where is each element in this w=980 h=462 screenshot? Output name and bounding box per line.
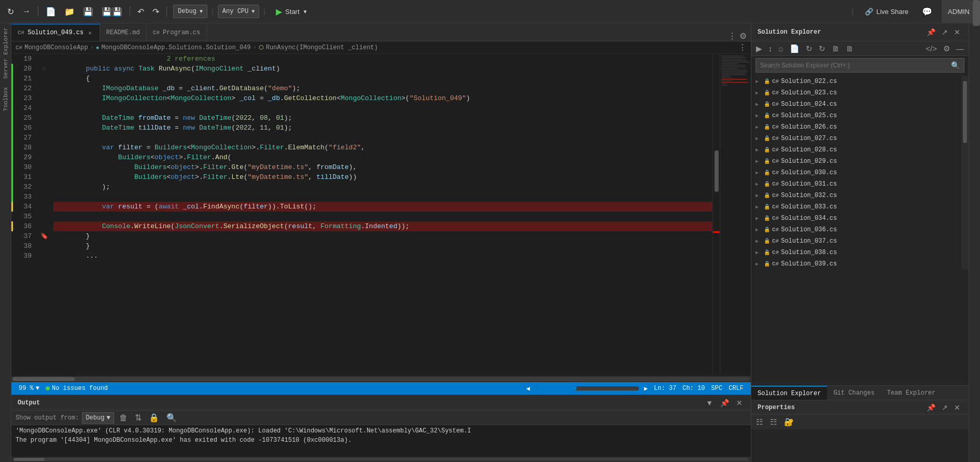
se-search-input[interactable] [760,62,949,69]
collapse-20[interactable]: □ [43,66,46,72]
output-close-btn[interactable]: ✕ [734,398,745,408]
status-arrow-right[interactable]: ▶ [641,382,651,395]
tabs-overflow-button[interactable]: ⋮ [728,31,736,41]
se-show-all-btn[interactable]: ▶ [753,43,765,54]
code-editor[interactable]: 19 20 21 22 23 24 25 26 27 28 29 30 31 3… [11,54,720,376]
se-home-btn[interactable]: ⌂ [776,43,786,54]
se-item-024[interactable]: ▶ 🔒 C# Solution_024.cs [751,99,961,110]
se-gear-btn[interactable]: ⚙ [941,43,953,54]
status-arrow-left[interactable]: ◀ [523,382,533,395]
close-tab-1[interactable]: ✕ [87,29,93,37]
output-word-wrap-btn[interactable]: ⇅ [133,412,144,423]
save-all-button[interactable]: 💾💾 [99,5,125,19]
undo-button[interactable]: ↶ [134,5,147,19]
admin-button[interactable]: ADMIN [942,0,976,23]
props-float-btn[interactable]: ↗ [940,402,950,413]
cpu-config-dropdown[interactable]: Any CPU ▼ [218,5,259,18]
forward-button[interactable]: → [19,5,34,18]
status-spc[interactable]: SPC [708,385,726,392]
save-button[interactable]: 💾 [80,5,96,19]
se-item-039[interactable]: ▶ 🔒 C# Solution_039.cs [751,258,961,270]
feedback-button[interactable]: 💬 [919,5,935,19]
props-scrollbar[interactable] [973,23,980,26]
se-tab-team-explorer[interactable]: Team Explorer [881,386,942,400]
se-item-032[interactable]: ▶ 🔒 C# Solution_032.cs [751,190,961,201]
se-item-034[interactable]: ▶ 🔒 C# Solution_034.cs [751,213,961,224]
output-dropdown-btn[interactable]: ▼ [704,398,715,408]
output-source-dropdown[interactable]: Debug ▼ [82,412,114,424]
output-content[interactable]: 'MongoDBConsoleApp.exe' (CLR v4.0.30319:… [11,425,751,457]
breadcrumb-expand-button[interactable]: ⋮ [738,43,747,52]
no-issues-label: No issues found [52,385,108,392]
se-item-025[interactable]: ▶ 🔒 C# Solution_025.cs [751,110,961,121]
output-find-btn[interactable]: 🔍 [164,412,179,423]
status-ln[interactable]: Ln: 37 [651,385,679,392]
output-clear-btn[interactable]: 🗑 [117,413,130,423]
output-scroll-thumb[interactable] [13,458,45,461]
code-line-30: Builders<object>.Filter.Gte("myDatetime.… [53,162,712,172]
props-list-btn[interactable]: ☷ [767,416,779,428]
props-key-btn[interactable]: 🔐 [781,416,796,428]
se-item-027[interactable]: ▶ 🔒 C# Solution_027.cs [751,133,961,144]
se-code-btn[interactable]: </> [923,43,940,54]
se-item-028[interactable]: ▶ 🔒 C# Solution_028.cs [751,144,961,156]
toolbox-label[interactable]: Toolbox [3,83,9,115]
se-item-022[interactable]: ▶ 🔒 C# Solution_022.cs [751,76,961,87]
output-lock-btn[interactable]: 🔒 [147,412,161,423]
se-search-box[interactable]: 🔍 [755,58,964,73]
tab-readme[interactable]: README.md [100,24,147,41]
start-button[interactable]: ▶ Start ▼ [270,5,314,18]
se-collapse-all-btn[interactable]: ↕ [766,43,775,54]
editor-horizontal-scrollbar[interactable] [11,376,751,382]
output-scroll-track [13,458,749,461]
se-dash-btn[interactable]: — [954,43,967,54]
output-pin-btn[interactable]: 📌 [718,398,731,408]
editor-vertical-scrollbar[interactable] [712,54,720,376]
se-item-023[interactable]: ▶ 🔒 C# Solution_023.cs [751,87,961,99]
properties-title: Properties [758,404,795,411]
se-item-029[interactable]: ▶ 🔒 C# Solution_029.cs [751,156,961,167]
status-no-issues[interactable]: No issues found [43,382,111,395]
se-item-033[interactable]: ▶ 🔒 C# Solution_033.cs [751,201,961,213]
live-share-button[interactable]: 🔗 Live Share [861,6,913,18]
status-crlf[interactable]: CRLF [725,385,747,392]
status-ch[interactable]: Ch: 10 [679,385,708,392]
back-button[interactable]: ↻ [4,5,17,19]
se-source-ctrl-btn[interactable]: 🗎 [843,43,856,54]
new-file-button[interactable]: 📄 [43,5,59,19]
code-line-36: Console.WriteLine(JsonConvert.SerializeO… [53,221,712,231]
props-close-btn[interactable]: ✕ [952,402,962,413]
se-item-030[interactable]: ▶ 🔒 C# Solution_030.cs [751,167,961,178]
se-vertical-scrollbar[interactable] [961,76,969,270]
se-item-037[interactable]: ▶ 🔒 C# Solution_037.cs [751,235,961,247]
se-scrollbar-thumb[interactable] [963,81,967,143]
show-output-label: Show output from: [16,414,79,422]
code-content[interactable]: 2 references public async Task RunAsync(… [49,54,712,376]
se-git-btn[interactable]: 🗎 [829,43,842,54]
se-close-button[interactable]: ✕ [952,27,962,37]
se-tab-solution-explorer[interactable]: Solution Explorer [751,386,827,400]
debug-config-dropdown[interactable]: Debug ▼ [173,5,207,18]
tabs-settings-button[interactable]: ⚙ [739,31,747,41]
status-zoom[interactable]: 99 % ▼ [16,382,43,395]
se-properties-btn[interactable]: 📄 [787,43,802,54]
se-float-button[interactable]: ↗ [940,27,950,37]
se-tab-git-changes[interactable]: Git Changes [827,386,880,400]
se-refresh-btn[interactable]: ↻ [803,43,815,54]
open-button[interactable]: 📁 [61,5,78,19]
tab-program[interactable]: C# Program.cs [147,24,207,41]
redo-button[interactable]: ↷ [149,5,162,19]
scrollbar-thumb[interactable] [715,150,719,192]
se-item-031[interactable]: ▶ 🔒 C# Solution_031.cs [751,178,961,190]
se-pin-button[interactable]: 📌 [925,27,937,37]
props-grid-btn[interactable]: ☷ [753,416,765,428]
props-pin-btn[interactable]: 📌 [925,402,937,413]
output-h-scrollbar[interactable] [11,457,751,462]
se-refresh-btn2[interactable]: ↻ [816,43,828,54]
editor-h-thumb[interactable] [12,377,75,381]
se-item-036[interactable]: ▶ 🔒 C# Solution_036.cs [751,224,961,235]
se-item-038[interactable]: ▶ 🔒 C# Solution_038.cs [751,247,961,258]
se-item-026[interactable]: ▶ 🔒 C# Solution_026.cs [751,121,961,133]
server-explorer-label[interactable]: Server Explorer [3,23,9,83]
tab-solution-049[interactable]: C# Solution_049.cs ✕ [11,24,100,41]
